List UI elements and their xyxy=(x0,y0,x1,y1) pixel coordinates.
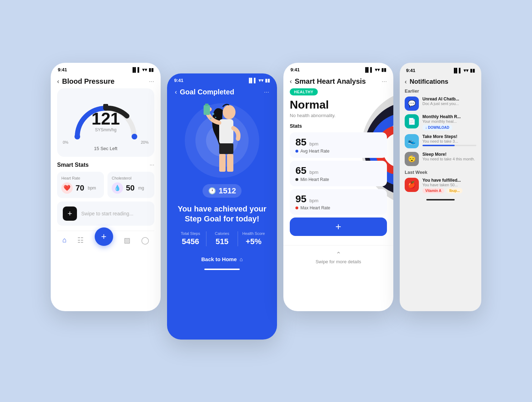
doc-nav-icon[interactable]: ☷ xyxy=(77,236,84,244)
status-bar-2: 9:41 ▐▌▌ ▾▾ ▮▮ xyxy=(167,73,277,84)
signal-icon: ▐▌▌ xyxy=(131,67,141,72)
status-bar-3: 9:41 ▐▌▌ ▾▾ ▮▮ xyxy=(283,63,393,74)
gauge-container: 121 SYSmm/hg 0% 20% 15 Sec Left xyxy=(57,88,154,157)
healthy-badge: HEALTHY xyxy=(290,88,318,95)
page-title-2: Goal Completed xyxy=(180,88,264,96)
goal-illustration xyxy=(175,100,269,178)
notif-icon-2: 📄 xyxy=(405,114,419,128)
svg-point-6 xyxy=(223,105,235,119)
avg-hr-card: 85 bpm Avg Heart Rate xyxy=(290,132,387,158)
battery-icon: ▮▮ xyxy=(149,67,154,72)
phone-smart-heart: 9:41 ▐▌▌ ▾▾ ▮▮ ‹ Smart Hea xyxy=(283,63,393,311)
wifi-icon-4: ▾▾ xyxy=(464,68,469,73)
chart-nav-icon[interactable]: ▨ xyxy=(124,236,131,244)
nav-row-3: ‹ Smart Heart Analysis ··· xyxy=(290,77,387,86)
svg-rect-9 xyxy=(205,104,209,106)
phone-goal-completed: 9:41 ▐▌▌ ▾▾ ▮▮ ‹ Goal Completed ··· xyxy=(167,73,277,340)
back-button-4[interactable]: ‹ xyxy=(405,78,407,86)
bottom-nav-1: ⌂ ☷ + ▨ ◯ xyxy=(57,231,154,252)
total-steps-stat: Total Steps 5456 xyxy=(175,231,206,246)
signal-icon-3: ▐▌▌ xyxy=(364,67,373,72)
time-4: 9:41 xyxy=(406,68,415,73)
swipe-text: Swipe to start reading... xyxy=(81,211,133,216)
add-stat-button[interactable]: + xyxy=(290,217,387,236)
notif-item-4[interactable]: 😴 Sleep More! You need to take 4 this mo… xyxy=(405,152,476,166)
svg-point-11 xyxy=(215,117,216,118)
more-options-1[interactable]: ··· xyxy=(149,78,154,85)
max-hr-card: 95 bpm Max Heart Rate xyxy=(290,189,387,215)
vitamin-a-tag: Vitamin A xyxy=(422,188,444,193)
notif-item-3[interactable]: 👟 Take More Steps! You need to take 3... xyxy=(405,134,476,148)
notif-icon-5: 🍎 xyxy=(405,178,419,192)
time-2: 9:41 xyxy=(174,78,183,83)
back-button-2[interactable]: ‹ xyxy=(175,88,177,96)
swipe-bar[interactable]: + Swipe to start reading... xyxy=(57,202,154,226)
home-indicator xyxy=(204,269,240,270)
svg-rect-15 xyxy=(227,154,233,172)
gauge-wrapper: 121 SYSmm/hg xyxy=(67,94,145,140)
steps-progress-bar xyxy=(422,145,476,146)
notif-item-1[interactable]: 💬 Unread AI Chatb... Doc A just sent you… xyxy=(405,97,476,111)
svg-point-10 xyxy=(212,113,214,115)
health-score-stat: Health Score +5% xyxy=(238,231,269,246)
page-title-3: Smart Heart Analysis xyxy=(295,77,382,86)
svg-rect-7 xyxy=(219,119,233,144)
home-indicator-4 xyxy=(426,199,455,200)
time-3: 9:41 xyxy=(290,67,300,72)
section-earlier: Earlier xyxy=(405,88,476,94)
notif-item-2[interactable]: 📄 Monthly Health R... Your monthly heal.… xyxy=(405,114,476,131)
swipe-more-text: Swipe for more details xyxy=(316,259,361,264)
add-reading-button[interactable]: + xyxy=(63,206,77,221)
swipe-more-section[interactable]: ⌃ Swipe for more details xyxy=(283,245,393,270)
cholesterol-card: Cholesterol 💧 50 mg xyxy=(107,172,154,198)
more-options-3[interactable]: ··· xyxy=(382,78,387,85)
back-button-1[interactable]: ‹ xyxy=(57,78,59,85)
timer-label: 15 Sec Left xyxy=(94,146,117,151)
page-title-1: Blood Pressure xyxy=(62,77,149,86)
phone-notifications: 9:41 ▐▌▌ ▾▾ ▮▮ ‹ Notifications Earlier 💬… xyxy=(400,63,481,311)
phones-container: 9:41 ▐▌▌ ▾▾ ▮▮ ‹ Blood Pressure ··· xyxy=(51,63,481,340)
fab-button[interactable]: + xyxy=(95,227,113,246)
svg-rect-13 xyxy=(219,143,233,154)
battery-icon-3: ▮▮ xyxy=(381,67,386,72)
back-home-button[interactable]: Back to Home ⌂ xyxy=(175,253,269,266)
blue-dot xyxy=(295,150,298,153)
battery-icon-2: ▮▮ xyxy=(265,78,270,83)
calories-stat: Calories 515 xyxy=(206,231,238,246)
goal-title: You have achieved your Step Goal for tod… xyxy=(175,204,269,224)
status-bar-4: 9:41 ▐▌▌ ▾▾ ▮▮ xyxy=(400,63,481,75)
svg-rect-8 xyxy=(204,105,210,115)
notif-icon-4: 😴 xyxy=(405,152,419,166)
red-dot xyxy=(295,206,298,209)
ibuprofen-tag: Ibup... xyxy=(447,188,462,193)
phone1-content: ‹ Blood Pressure ··· xyxy=(51,74,161,258)
wifi-icon-2: ▾▾ xyxy=(259,78,264,83)
notif-item-5[interactable]: 🍎 You have fulfilled... You have taken 5… xyxy=(405,178,476,193)
phone3-content: ‹ Smart Heart Analysis ··· HEALTHY Norma… xyxy=(283,74,393,242)
dark-dot xyxy=(295,178,298,181)
signal-icon-2: ▐▌▌ xyxy=(247,78,257,83)
more-options-2[interactable]: ··· xyxy=(264,88,269,96)
smart-stats-more[interactable]: ··· xyxy=(150,162,154,168)
clock-icon: 🕐 xyxy=(208,187,216,195)
stats-label: Stats xyxy=(290,123,387,129)
home-icon: ⌂ xyxy=(239,256,243,262)
smart-stats-title: Smart Stats xyxy=(57,162,89,168)
heart-icon: ❤️ xyxy=(61,182,73,194)
signal-icon-4: ▐▌▌ xyxy=(452,68,462,73)
home-nav-icon[interactable]: ⌂ xyxy=(62,236,67,244)
status-bar-1: 9:41 ▐▌▌ ▾▾ ▮▮ xyxy=(51,63,161,74)
heart-status-sub: No health abnormality. xyxy=(290,113,387,118)
back-button-3[interactable]: ‹ xyxy=(290,78,292,85)
svg-rect-14 xyxy=(219,154,226,172)
phone-blood-pressure: 9:41 ▐▌▌ ▾▾ ▮▮ ‹ Blood Pressure ··· xyxy=(51,63,161,311)
steps-badge: 🕐 1512 xyxy=(203,184,242,198)
goal-stats-row: Total Steps 5456 Calories 515 Health Sco… xyxy=(175,231,269,246)
notifications-title: Notifications xyxy=(410,78,476,86)
battery-icon-4: ▮▮ xyxy=(470,68,475,73)
status-icons-4: ▐▌▌ ▾▾ ▮▮ xyxy=(452,68,475,73)
phone4-content: ‹ Notifications Earlier 💬 Unread AI Chat… xyxy=(400,75,481,205)
download-pill[interactable]: ↓ DOWNLOAD xyxy=(422,125,452,131)
gauge-labels: 0% 20% xyxy=(63,140,149,144)
person-nav-icon[interactable]: ◯ xyxy=(141,236,149,244)
